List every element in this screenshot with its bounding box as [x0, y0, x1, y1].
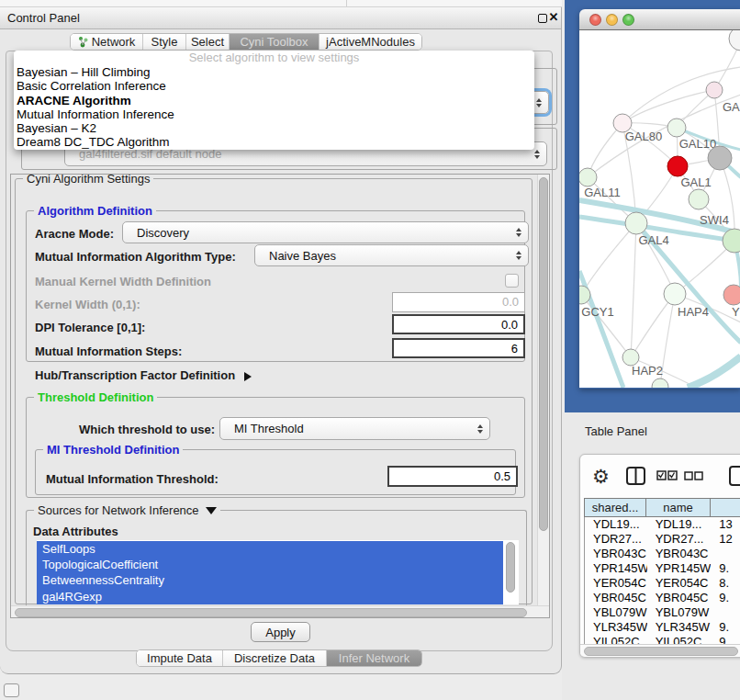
- table-row[interactable]: YLR345WYLR345W9.: [584, 620, 740, 635]
- which-threshold-select[interactable]: MI Threshold: [219, 417, 490, 440]
- network-node-hap4[interactable]: [664, 283, 686, 305]
- table-cell: YLR345W: [647, 620, 712, 635]
- network-node[interactable]: [729, 30, 740, 51]
- table-cell: YPR145W: [647, 561, 712, 576]
- collapse-arrow-icon[interactable]: [206, 507, 217, 514]
- attribute-item[interactable]: TopologicalCoefficient: [37, 557, 503, 572]
- mi-type-value: Naive Bayes: [255, 249, 336, 263]
- hub-definition-label[interactable]: Hub/Transcription Factor Definition: [35, 368, 252, 382]
- mi-type-select[interactable]: Naive Bayes: [254, 244, 529, 266]
- dropdown-item[interactable]: Mutual Information Inference: [14, 107, 534, 121]
- node-label: SWI4: [700, 213, 729, 227]
- dpi-tolerance-field[interactable]: 0.0: [392, 314, 525, 334]
- column-header[interactable]: name: [646, 499, 711, 516]
- table-row[interactable]: YDR27...YDR27...12: [584, 532, 740, 547]
- partial-icon[interactable]: [730, 467, 740, 485]
- manual-kernel-checkbox[interactable]: [505, 274, 519, 288]
- network-view-window: GAL80GAL10GAL1GAL11SWI4GAL4GCY1HAP4YHAP2…: [579, 9, 740, 389]
- table-hscrollbar[interactable]: [580, 644, 740, 656]
- tab-network[interactable]: Network: [71, 34, 143, 50]
- network-node-gal11[interactable]: [579, 168, 597, 186]
- dropdown-item[interactable]: ARACNE Algorithm: [14, 94, 534, 107]
- attribute-item[interactable]: gal4RGexp: [37, 589, 503, 604]
- table-cell: YBR043C: [585, 547, 647, 561]
- combo-arrows-icon: [536, 98, 542, 107]
- table-cell: 8.: [711, 576, 740, 591]
- table-cell: YDR27...: [647, 532, 712, 547]
- column-header[interactable]: [711, 499, 740, 516]
- tab-style[interactable]: Style: [143, 34, 186, 50]
- table-panel: Table Panel ⚙: [562, 412, 740, 700]
- network-canvas[interactable]: GAL80GAL10GAL1GAL11SWI4GAL4GCY1HAP4YHAP2…: [579, 30, 740, 388]
- apply-button[interactable]: Apply: [251, 622, 310, 642]
- expand-arrow-icon[interactable]: [244, 372, 252, 381]
- dropdown-item[interactable]: Basic Correlation Inference: [14, 79, 534, 93]
- minimize-traffic-light[interactable]: [606, 14, 618, 26]
- dropdown-item[interactable]: Bayesian – Hill Climbing: [14, 65, 534, 79]
- aracne-mode-select[interactable]: Discovery: [122, 221, 529, 243]
- tab-impute-data[interactable]: Impute Data: [137, 650, 223, 666]
- mi-threshold-label: Mutual Information Threshold:: [46, 472, 219, 486]
- network-node-y[interactable]: [723, 285, 740, 305]
- dropdown-item[interactable]: Dream8 DC_TDC Algorithm: [14, 135, 534, 149]
- tab-infer-network[interactable]: Infer Network: [327, 650, 421, 666]
- network-node-gal10[interactable]: [667, 119, 686, 137]
- tab-discretize-data[interactable]: Discretize Data: [223, 650, 327, 666]
- node-label: GAL4: [638, 233, 668, 247]
- table-cell: YLR345W: [585, 620, 647, 635]
- network-node[interactable]: [708, 146, 732, 170]
- mi-threshold-field[interactable]: 0.5: [387, 466, 518, 487]
- settings-scrollpane: Cyni Algorithm Settings Algorithm Defini…: [10, 174, 550, 618]
- sources-title[interactable]: Sources for Network Inference: [34, 503, 220, 517]
- network-node[interactable]: [706, 82, 723, 98]
- table-cell: YBR045C: [585, 591, 647, 605]
- network-node-gal1[interactable]: [667, 156, 688, 176]
- attribute-item[interactable]: SelfLoops: [37, 541, 503, 557]
- table-row[interactable]: YBR043CYBR043C: [584, 547, 740, 561]
- tab-select[interactable]: Select: [186, 34, 230, 50]
- table-row[interactable]: YBL079WYBL079W: [584, 605, 740, 620]
- kernel-width-field[interactable]: 0.0: [392, 292, 525, 312]
- node-label: GAL11: [584, 186, 621, 199]
- settings-hscrollbar[interactable]: [11, 605, 550, 618]
- close-traffic-light[interactable]: [589, 14, 601, 26]
- data-attributes-list[interactable]: SelfLoopsTopologicalCoefficientBetweenne…: [37, 540, 503, 604]
- threshold-definition-title: Threshold Definition: [34, 390, 157, 404]
- dropdown-placeholder: Select algorithm to view settings: [14, 51, 534, 65]
- network-node[interactable]: [652, 378, 668, 388]
- table-row[interactable]: YER054CYER054C8.: [584, 576, 740, 591]
- attr-list-scrollbar[interactable]: [503, 540, 519, 604]
- node-label: GAL80: [625, 130, 662, 143]
- columns-icon[interactable]: [627, 468, 645, 484]
- table-row[interactable]: YBR045CYBR045C9.: [584, 591, 740, 605]
- which-threshold-value: MI Threshold: [220, 422, 304, 435]
- table-cell: YBR045C: [647, 591, 712, 605]
- network-node-swi4[interactable]: [689, 189, 709, 209]
- gear-icon[interactable]: ⚙: [592, 466, 610, 487]
- table-row[interactable]: YPR145WYPR145W9.: [584, 561, 740, 576]
- settings-vscrollbar[interactable]: [537, 175, 550, 605]
- bottom-left-icon[interactable]: [4, 683, 19, 697]
- tab-cyni-toolbox[interactable]: Cyni Toolbox: [230, 34, 320, 50]
- table-cell: YER054C: [647, 576, 712, 591]
- dropdown-item[interactable]: Bayesian – K2: [14, 121, 534, 135]
- attribute-item[interactable]: BetweennessCentrality: [37, 572, 503, 588]
- table-cell: 9.: [711, 591, 740, 605]
- network-node-gal4[interactable]: [625, 212, 647, 234]
- float-icon[interactable]: [538, 14, 547, 23]
- column-header[interactable]: shared...: [584, 499, 646, 516]
- control-panel-title: Control Panel: [7, 11, 80, 25]
- unchecked-boxes-icon[interactable]: [685, 472, 702, 480]
- mi-steps-field[interactable]: 6: [392, 338, 525, 358]
- node-label: Y: [732, 305, 740, 319]
- node-label: GAL1: [680, 175, 711, 189]
- table-row[interactable]: YDL19...YDL19...13: [584, 517, 740, 532]
- manual-kernel-label: Manual Kernel Width Definition: [35, 275, 211, 288]
- zoom-traffic-light[interactable]: [622, 14, 634, 26]
- tab-jactivemnodules[interactable]: jActiveMNodules: [320, 34, 421, 50]
- close-icon[interactable]: ✕: [547, 10, 560, 24]
- table-panel-title: Table Panel: [585, 424, 647, 438]
- control-panel-tabs: NetworkStyleSelectCyni ToolboxjActiveMNo…: [70, 33, 422, 51]
- checked-boxes-icon[interactable]: [657, 471, 677, 480]
- table-box: ⚙: [579, 454, 740, 658]
